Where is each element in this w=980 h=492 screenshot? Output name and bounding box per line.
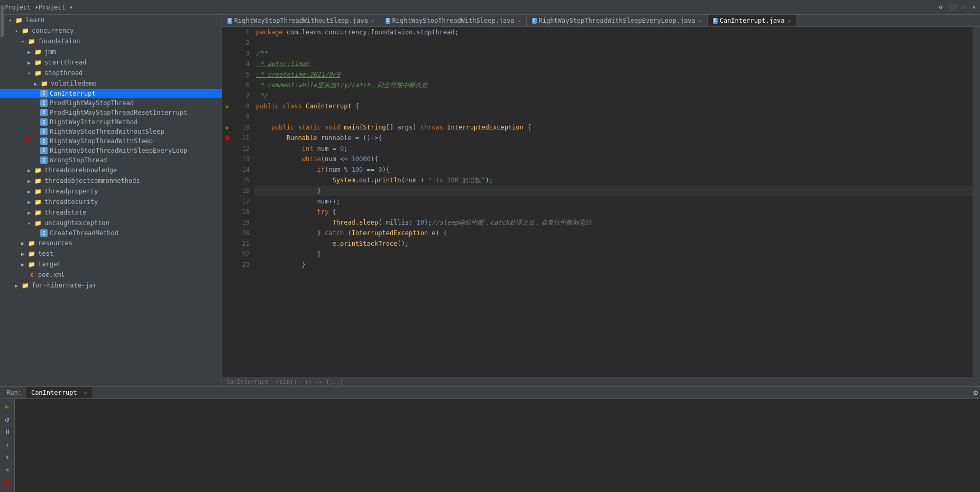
breakpoint-indicator [25,137,30,142]
label-ProdRightWayStopThreadResetInterrupt: ProdRightWayStopThreadResetInterrupt [50,109,187,116]
run-action-icon[interactable]: ▷ [963,4,966,11]
folder-icon-concurrency: 📁 [21,26,30,35]
gutter-6 [222,80,233,90]
run-rerun-button[interactable]: ↺ [2,414,13,424]
code-line-14: if(num % 100 == 0){ [254,164,973,175]
tab-close-4[interactable]: ✕ [788,18,791,24]
label-threadsecurity: threadsecurity [44,198,98,206]
gutter-7 [222,90,233,101]
label-threadstate: threadstate [44,209,86,216]
breadcrumb-part-1[interactable]: CanInterrupt [226,378,268,385]
run-tab-CanInterrupt[interactable]: CanInterrupt ✕ [26,387,93,398]
sidebar-item-concurrency[interactable]: ▾ 📁 concurrency [0,25,222,36]
run-stop-button[interactable]: ⏹ [2,477,13,488]
arrow-startthread: ▶ [28,60,34,66]
sidebar-item-jmm[interactable]: ▶ 📁 jmm [0,47,222,57]
gutter-11-break[interactable] [222,133,233,143]
tab-close-3[interactable]: ✕ [699,18,702,24]
code-line-7: */ [254,90,973,101]
sidebar-item-startthread[interactable]: ▶ 📁 startthread [0,57,222,68]
gutter-16 [222,185,233,196]
tab-RightWayStopThreadWithoutSleep[interactable]: C RightWayStopThreadWithoutSleep.java ✕ [222,15,380,26]
ln-21: 21 [237,238,250,249]
ln-15: 15 [237,175,250,185]
sidebar-item-test[interactable]: ▶ 📁 test [0,248,222,259]
sidebar-item-threadproperty[interactable]: ▶ 📁 threadproperty [0,186,222,197]
tab-close-2[interactable]: ✕ [518,18,521,24]
sidebar-item-for-hibernate-jar[interactable]: ▶ 📁 for-hibernate-jar [0,280,222,291]
settings-action-icon[interactable]: ⚙ [939,4,942,11]
sidebar-item-volatiledemo[interactable]: ▶ 📁 volatiledemo [0,78,222,89]
close-action-icon[interactable]: ✕ [972,4,976,11]
sidebar-item-threadsecurity[interactable]: ▶ 📁 threadsecurity [0,197,222,207]
layout-icon[interactable]: ⬛ [949,4,956,11]
sidebar-item-pom[interactable]: X pom.xml [0,270,222,280]
label-resources: resources [38,239,72,247]
tab-close-1[interactable]: ✕ [371,18,374,24]
sidebar-item-learn[interactable]: ▾ 📁 learn [0,15,222,25]
sidebar-item-resources[interactable]: ▶ 📁 resources [0,238,222,248]
java-icon-ProdRightWayStopThread: C [40,99,48,107]
sidebar-item-RightWayInterruptMethod[interactable]: C RightWayInterruptMethod [0,117,222,127]
run-dump-button[interactable]: ≡ [2,465,13,475]
sidebar-item-threadobjectcommonmethods[interactable]: ▶ 📁 threadobjectcommonmethods [0,175,222,186]
tab-label-1: RightWayStopThreadWithoutSleep.java [234,17,368,24]
run-play-button[interactable]: ▶ [2,401,13,412]
sidebar-item-RightWayStopThreadWithSleepEveryLoop[interactable]: C RightWayStopThreadWithSleepEveryLoop [0,146,222,155]
breadcrumb-part-2[interactable]: main() [276,378,297,385]
breadcrumb-sep-2: › [299,378,303,385]
gutter-15 [222,175,233,185]
run-pause-button[interactable]: ⏸ [2,426,13,437]
run-tabs-bar: Run: CanInterrupt ✕ ⚙ [0,387,980,399]
run-tab-close[interactable]: ✕ [84,390,87,396]
right-gutter [973,27,980,377]
sidebar-item-threadstate[interactable]: ▶ 📁 threadstate [0,207,222,218]
gutter-14 [222,164,233,175]
sidebar-item-threadcoreknowledge[interactable]: ▶ 📁 threadcoreknowledge [0,165,222,175]
sidebar-item-ProdRightWayStopThread[interactable]: C ProdRightWayStopThread [0,98,222,108]
ln-8: 8 [237,101,250,112]
code-line-19: Thread.sleep( millis: 10);//sleep响应中断，ca… [254,217,973,228]
code-editor[interactable]: ▶ ▶ [222,27,973,377]
sidebar-item-RightWayStopThreadWithSleep[interactable]: C RightWayStopThreadWithSleep [0,136,222,146]
ln-14: 14 [237,164,250,175]
sidebar-item-foundataion[interactable]: ▾ 📁 foundataion [0,36,222,47]
folder-icon-jmm: 📁 [34,48,42,56]
arrow-for-hibernate-jar: ▶ [15,283,21,289]
gutter-23 [222,259,233,270]
ln-13: 13 [237,154,250,164]
run-step-down-button[interactable]: ↓ [2,439,13,450]
sidebar-item-WrongStopThread[interactable]: C WrongStopThread [0,155,222,165]
project-title[interactable]: Project ▾ [4,4,39,11]
code-lines[interactable]: package com.learn.concurrency.foundataio… [254,27,973,377]
gutter-1 [222,27,233,38]
top-bar-actions: ⚙ ⬛ ▷ ✕ [939,4,976,11]
sidebar-item-RightWayStopThreadWithoutSleep[interactable]: C RightWayStopThreadWithoutSleep [0,127,222,136]
run-toolbar: ▶ ↺ ⏸ ↓ ↯ ≡ ⏹ ⟲ ✕ [0,399,15,492]
tab-RightWayStopThreadWithSleepEveryLoop[interactable]: C RightWayStopThreadWithSleepEveryLoop.j… [527,15,708,26]
breakpoint-dot-11[interactable] [225,135,230,141]
run-restore-button[interactable]: ⟲ [2,490,13,492]
sidebar-item-stopthread[interactable]: ▾ 📁 stopthread [0,68,222,78]
sidebar-item-uncaughtexception[interactable]: ▾ 📁 uncaughtexception [0,218,222,228]
run-step-into-button[interactable]: ↯ [2,452,13,462]
sidebar-item-CreateThreadMethod[interactable]: C CreateThreadMethod [0,228,222,238]
run-settings-icon[interactable]: ⚙ [974,388,978,397]
arrow-foundataion: ▾ [21,39,28,44]
tab-RightWayStopThreadWithSleep[interactable]: C RightWayStopThreadWithSleep.java ✕ [380,15,527,26]
sidebar-item-ProdRightWayStopThreadResetInterrupt[interactable]: C ProdRightWayStopThreadResetInterrupt [0,108,222,117]
sidebar-item-target[interactable]: ▶ 📁 target [0,259,222,270]
java-icon-RightWayStopThreadWithSleep: C [40,137,48,145]
tab-CanInterrupt[interactable]: C CanInterrupt.java ✕ [708,15,797,26]
folder-icon-test: 📁 [28,249,36,258]
sidebar-item-CanInterrupt[interactable]: C CanInterrupt [0,89,222,98]
top-bar: Project ▾ Project ▾ ⚙ ⬛ ▷ ✕ [0,0,980,15]
gutter-10-run[interactable]: ▶ [222,122,233,133]
run-settings-area: ⚙ [974,388,978,397]
gutter-8-run[interactable]: ▶ [222,101,233,112]
folder-icon-target: 📁 [28,260,36,268]
run-tab-label: CanInterrupt [31,389,77,396]
breadcrumb-part-3[interactable]: () -> {...} [305,378,343,385]
gutter-19 [222,217,233,228]
gutter-5 [222,69,233,80]
